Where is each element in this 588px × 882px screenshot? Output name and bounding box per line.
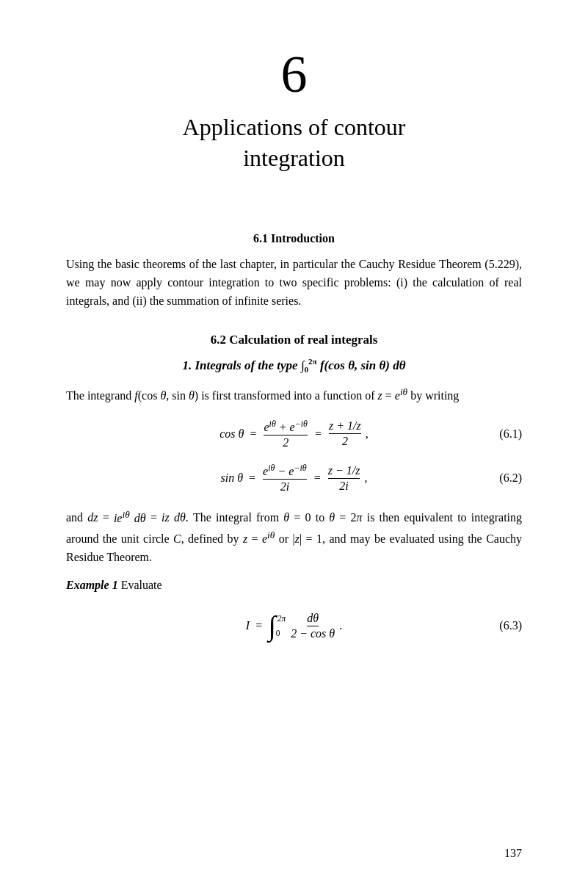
eq-number-6-3: (6.3) xyxy=(499,619,522,632)
body-after-equations: and dz = ieiθ dθ = iz dθ. The integral f… xyxy=(66,507,522,566)
equation-6-2: sin θ = eiθ − e−iθ 2i = z − 1/z 2i , (6.… xyxy=(66,463,522,494)
page: 6 Applications of contourintegration 6.1… xyxy=(0,0,588,882)
section-6-2-title: 6.2 Calculation of real integrals xyxy=(66,333,522,347)
example-1-label: Example 1 Evaluate xyxy=(66,576,522,595)
section-6-1-body: Using the basic theorems of the last cha… xyxy=(66,256,522,310)
chapter-title: Applications of contourintegration xyxy=(66,112,522,173)
eq-number-6-1: (6.1) xyxy=(499,427,522,441)
subsection-1-title: 1. Integrals of the type ∫02π f(cos θ, s… xyxy=(66,358,522,375)
eq-number-6-2: (6.2) xyxy=(499,471,522,485)
section-6-1-title: 6.1 Introduction xyxy=(66,232,522,245)
equation-6-1: cos θ = eiθ + e−iθ 2 = z + 1/z 2 , (6.1) xyxy=(66,419,522,449)
subsection-1-body: The integrand f(cos θ, sin θ) is first t… xyxy=(66,385,522,405)
page-number: 137 xyxy=(504,847,522,860)
chapter-number: 6 xyxy=(66,44,522,105)
equation-6-3: I = ∫ 2π 0 dθ 2 − cos θ . (6.3) xyxy=(66,610,522,642)
